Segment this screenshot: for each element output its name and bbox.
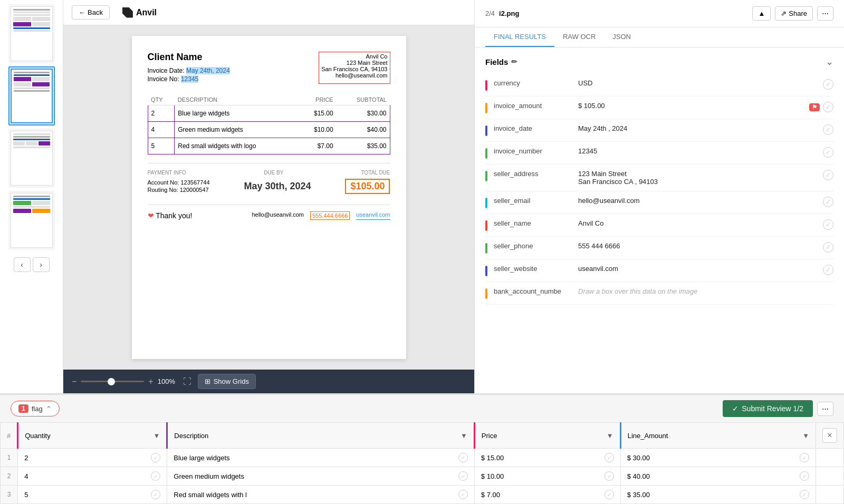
submit-more-button[interactable]: ⋯ <box>817 402 833 416</box>
thumbnail-panel: ‹ › <box>0 0 63 393</box>
check-qty-1[interactable]: ✓ <box>151 453 160 462</box>
description-dropdown-icon[interactable]: ▼ <box>461 432 467 440</box>
check-desc-2[interactable]: ✓ <box>458 471 468 481</box>
price-value-3: $ 7.00 <box>481 491 500 499</box>
field-name-seller-name: seller_name <box>494 219 578 227</box>
field-actions-invoice-number: ✓ <box>823 147 833 158</box>
check-seller-email[interactable]: ✓ <box>823 197 833 207</box>
check-price-3[interactable]: ✓ <box>605 490 614 499</box>
zoom-out-button[interactable]: − <box>72 377 76 386</box>
field-actions-seller-name: ✓ <box>823 219 833 230</box>
account-no-label: Account No: <box>148 179 179 186</box>
bottom-section: 1 flag ⌃ ✓ Submit Review 1/2 ⋯ # <box>0 393 844 504</box>
line-amount-dropdown-icon[interactable]: ▼ <box>802 432 809 440</box>
payment-details: Account No: 123567744 Routing No: 120000… <box>148 179 390 194</box>
field-value-invoice-date: May 24th , 2024 <box>578 124 819 132</box>
field-value-seller-email: hello@useanvil.com <box>578 197 819 205</box>
row3-qty: 5 <box>148 138 175 154</box>
tab-final-results[interactable]: FINAL RESULTS <box>485 27 554 47</box>
checkmark-icon: ✓ <box>732 404 738 413</box>
cell-desc-3: Red small widgets with l ✓ <box>167 486 475 504</box>
check-seller-phone[interactable]: ✓ <box>823 242 833 253</box>
check-desc-1[interactable]: ✓ <box>458 453 468 462</box>
submit-review-button[interactable]: ✓ Submit Review 1/2 <box>723 400 813 417</box>
row3-subtotal: $35.00 <box>337 138 390 154</box>
check-currency[interactable]: ✓ <box>823 79 833 90</box>
check-seller-name[interactable]: ✓ <box>823 219 833 230</box>
fields-label: Fields <box>485 57 508 66</box>
next-thumbnail-btn[interactable]: › <box>33 257 50 272</box>
zoom-in-button[interactable]: + <box>148 377 153 386</box>
show-grids-button[interactable]: ⊞ Show Grids <box>198 374 256 389</box>
check-line-2[interactable]: ✓ <box>800 471 809 481</box>
check-qty-3[interactable]: ✓ <box>151 490 160 499</box>
check-invoice-number[interactable]: ✓ <box>823 147 833 158</box>
invoice-line-items-table: QTY DESCRIPTION PRICE SUBTOTAL 2 Blue la… <box>148 94 390 154</box>
collapse-icon[interactable]: ⌄ <box>826 56 833 67</box>
tab-json[interactable]: JSON <box>604 27 639 47</box>
qty-value-3: 5 <box>24 491 28 499</box>
field-row-invoice-amount: invoice_amount $ 105.00 ⚑ ✓ <box>485 96 833 119</box>
prev-thumbnail-btn[interactable]: ‹ <box>14 257 31 272</box>
field-indicator-seller-email <box>485 198 487 208</box>
check-line-1[interactable]: ✓ <box>800 453 809 462</box>
col-desc: DESCRIPTION <box>175 94 299 105</box>
share-button[interactable]: ⇗ Share <box>775 6 813 21</box>
cell-empty-1 <box>816 449 844 467</box>
check-price-1[interactable]: ✓ <box>605 453 614 462</box>
anvil-logo: Anvil <box>122 7 157 18</box>
tab-raw-ocr[interactable]: RAW OCR <box>554 27 604 47</box>
field-actions-invoice-date: ✓ <box>823 124 833 135</box>
thumbnail-4[interactable] <box>8 191 55 250</box>
thumbnail-3[interactable] <box>8 129 55 188</box>
field-name-seller-email: seller_email <box>494 197 578 205</box>
check-seller-website[interactable]: ✓ <box>823 265 833 275</box>
field-indicator-seller-address <box>485 171 487 181</box>
close-table-button[interactable]: × <box>822 428 837 443</box>
invoice-header: ← Back Anvil <box>63 0 474 25</box>
col-close: × <box>816 423 844 449</box>
flag-button[interactable]: 1 flag ⌃ <box>11 401 60 416</box>
account-no-row: Account No: 123567744 <box>148 179 210 186</box>
more-options-button[interactable]: ⋯ <box>817 6 833 21</box>
col-hash: # <box>1 423 18 449</box>
thumbnail-2[interactable] <box>8 66 55 125</box>
field-name-currency: currency <box>494 79 578 87</box>
row3-desc: Red small widgets with logo <box>175 138 299 154</box>
fields-title: Fields ✏ <box>485 57 517 66</box>
check-qty-2[interactable]: ✓ <box>151 471 160 481</box>
fullscreen-button[interactable]: ⛶ <box>183 377 191 386</box>
qty-value-2: 4 <box>24 472 28 480</box>
edit-icon[interactable]: ✏ <box>511 57 517 66</box>
check-invoice-amount[interactable]: ✓ <box>823 102 833 112</box>
thumbnail-nav: ‹ › <box>9 253 54 276</box>
field-name-bank-account: bank_account_numbe <box>494 287 578 295</box>
field-name-invoice-number: invoice_number <box>494 147 578 155</box>
quantity-dropdown-icon[interactable]: ▼ <box>153 432 160 440</box>
check-price-2[interactable]: ✓ <box>605 471 614 481</box>
col-price: PRICE <box>299 94 336 105</box>
check-invoice-date[interactable]: ✓ <box>823 124 833 135</box>
field-indicator-bank-account <box>485 288 487 299</box>
check-desc-3[interactable]: ✓ <box>458 490 468 499</box>
thank-you-text: ❤ Thank you! <box>148 211 193 220</box>
zoom-slider[interactable] <box>81 381 144 382</box>
thumbnail-1[interactable] <box>8 4 55 63</box>
field-value-invoice-number: 12345 <box>578 147 819 155</box>
price-dropdown-icon[interactable]: ▼ <box>607 432 613 440</box>
field-row-seller-website: seller_website useanvil.com ✓ <box>485 259 833 282</box>
col-header-quantity: Quantity ▼ <box>18 423 167 449</box>
qty-value-1: 2 <box>24 454 28 462</box>
pin-button[interactable]: ▲ <box>752 6 771 21</box>
due-date: May 30th, 2024 <box>244 181 311 192</box>
due-by-label: DUE BY <box>264 170 283 176</box>
back-button[interactable]: ← Back <box>72 5 110 20</box>
check-seller-address[interactable]: ✓ <box>823 170 833 180</box>
col-subtotal: SUBTOTAL <box>337 94 390 105</box>
thank-you-label: Thank you! <box>156 211 192 220</box>
check-line-3[interactable]: ✓ <box>800 490 809 499</box>
col-qty: QTY <box>148 94 175 105</box>
field-indicator-seller-phone <box>485 243 487 254</box>
submit-label: Submit Review 1/2 <box>742 404 803 413</box>
field-name-seller-website: seller_website <box>494 265 578 273</box>
